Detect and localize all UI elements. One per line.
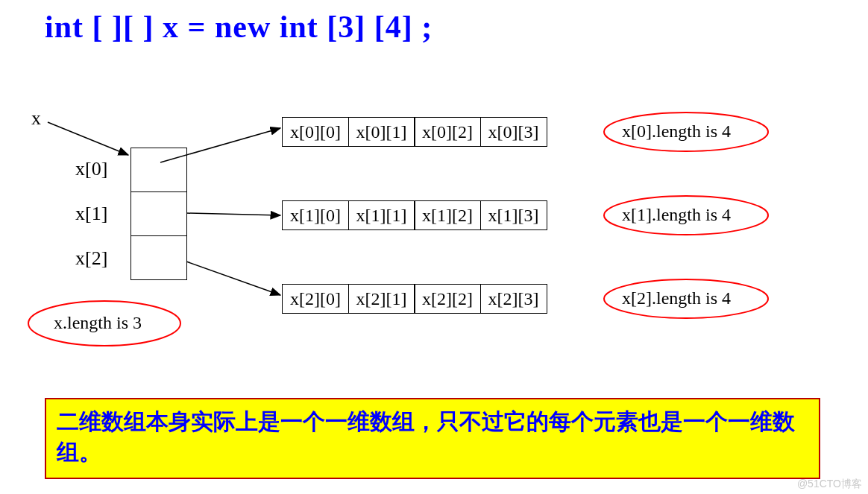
label-x1: x[1] (75, 203, 107, 225)
arrow-x-to-column (48, 122, 128, 155)
cell-0-3: x[0][3] (480, 117, 547, 147)
label-x2: x[2] (75, 247, 107, 270)
cell-0-1: x[0][1] (348, 117, 415, 147)
cell-1-2: x[1][2] (414, 200, 481, 230)
arrow-slot1-to-row1 (186, 213, 280, 215)
cell-0-0: x[0][0] (282, 117, 349, 147)
length-x: x.length is 3 (54, 313, 142, 333)
cell-2-1: x[2][1] (348, 284, 415, 314)
explanation-note: 二维数组本身实际上是一个一维数组，只不过它的每个元素也是一个一维数组。 (45, 398, 820, 479)
outer-array-column (130, 148, 187, 280)
code-declaration-title: int [ ][ ] x = new int [3] [4] ; (45, 9, 433, 45)
outer-slot-2 (131, 235, 186, 279)
cell-0-2: x[0][2] (414, 117, 481, 147)
length-row-2: x[2].length is 4 (622, 288, 731, 308)
inner-row-1: x[1][0] x[1][1] x[1][2] x[1][3] (282, 200, 547, 230)
cell-2-3: x[2][3] (480, 284, 547, 314)
inner-row-0: x[0][0] x[0][1] x[0][2] x[0][3] (282, 117, 547, 147)
cell-2-2: x[2][2] (414, 284, 481, 314)
cell-1-0: x[1][0] (282, 200, 349, 230)
outer-slot-1 (131, 191, 186, 235)
cell-2-0: x[2][0] (282, 284, 349, 314)
outer-slot-0 (131, 148, 186, 191)
length-row-0: x[0].length is 4 (622, 121, 731, 142)
cell-1-3: x[1][3] (480, 200, 547, 230)
arrow-slot2-to-row2 (186, 262, 280, 295)
inner-row-2: x[2][0] x[2][1] x[2][2] x[2][3] (282, 284, 547, 314)
length-row-1: x[1].length is 4 (622, 205, 731, 225)
label-x0: x[0] (75, 158, 107, 180)
cell-1-1: x[1][1] (348, 200, 415, 230)
label-x: x (31, 107, 41, 130)
watermark: @51CTO博客 (797, 478, 862, 491)
